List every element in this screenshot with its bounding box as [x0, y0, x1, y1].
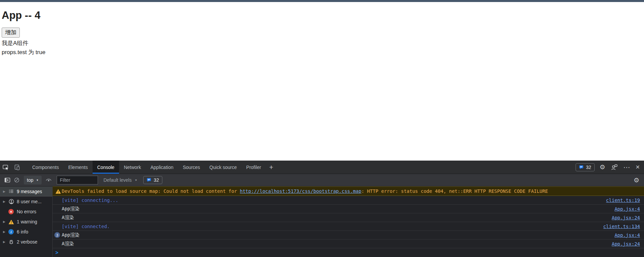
message-link[interactable]: http://localhost:5173/css/bootstrap.css.…	[240, 188, 361, 194]
increase-button[interactable]: 增加	[2, 28, 20, 38]
tab-quick-source[interactable]: Quick source	[205, 161, 241, 174]
tab-network[interactable]: Network	[119, 161, 146, 174]
sidebar-item-2-verbose[interactable]: ▶2 verbose	[0, 237, 52, 247]
message-text: A渲染	[62, 241, 74, 247]
console-prompt-icon: >	[55, 250, 58, 256]
component-text: 我是A组件	[2, 40, 644, 47]
sidebar-item-label: 2 verbose	[17, 239, 37, 245]
more-options-icon[interactable]: ⋯	[624, 164, 631, 171]
message-text: [vite] connecting...	[62, 198, 118, 203]
tab-components[interactable]: Components	[28, 161, 63, 174]
message-text: App渲染	[62, 206, 79, 212]
source-link[interactable]: App.jsx:24	[608, 241, 643, 247]
console-message: App渲染App.jsx:4	[53, 205, 644, 213]
sidebar-item-label: 6 info	[17, 229, 28, 234]
sidebar-item-6-info[interactable]: ▶i6 info	[0, 227, 52, 237]
warning-icon	[53, 189, 62, 194]
feedback-icon[interactable]	[610, 164, 619, 171]
expander-icon[interactable]: ▶	[3, 230, 8, 233]
javascript-context-selector[interactable]: top ▼	[24, 176, 42, 184]
settings-gear-icon[interactable]: ⚙	[600, 164, 605, 170]
user-icon	[8, 199, 17, 205]
source-link[interactable]: App.jsx:24	[608, 215, 643, 220]
expander-icon[interactable]: ▶	[3, 200, 8, 203]
repeat-count-badge: 3	[54, 232, 60, 238]
console-settings-gear-icon[interactable]: ⚙	[634, 177, 639, 183]
console-sidebar: ▶9 messages▶8 user me...✕No errors▶1 war…	[0, 186, 53, 257]
devtools-tabbar: ComponentsElementsConsoleNetworkApplicat…	[0, 161, 644, 174]
source-link[interactable]: App.jsx:4	[610, 206, 643, 212]
page-title: App -- 4	[2, 9, 644, 22]
sidebar-item-label: 9 messages	[17, 189, 42, 194]
tab-application[interactable]: Application	[146, 161, 178, 174]
message-text: App渲染	[62, 232, 79, 238]
console-message: 3App渲染App.jsx:4	[53, 231, 644, 240]
console-message: [vite] connected.client.ts:134	[53, 222, 644, 231]
prompt-gutter: >	[53, 250, 62, 256]
device-toolbar-icon[interactable]	[11, 161, 23, 174]
chat-bubble-icon	[579, 165, 584, 170]
source-link[interactable]: client.ts:19	[602, 198, 643, 203]
close-devtools-icon[interactable]: ✕	[636, 165, 640, 170]
live-expression-eye-icon[interactable]	[44, 175, 53, 185]
tabbar-right-controls: 32 ⚙ ⋯ ✕	[576, 161, 644, 174]
inspect-element-icon[interactable]	[0, 161, 11, 174]
page-content: App -- 4 增加 我是A组件 props.test 为 true	[0, 9, 644, 56]
sidebar-item-no-errors[interactable]: ✕No errors	[0, 207, 52, 217]
expander-icon[interactable]: ▶	[3, 240, 8, 244]
bug-icon	[8, 239, 17, 245]
console-message: [vite] connecting...client.ts:19	[53, 196, 644, 205]
clear-console-icon[interactable]	[12, 175, 21, 185]
console-message: A渲染App.jsx:24	[53, 213, 644, 222]
message-text: A渲染	[62, 215, 74, 221]
source-link[interactable]: App.jsx:4	[610, 232, 643, 238]
toolbar-messages-badge[interactable]: 32	[143, 176, 162, 184]
chevron-down-icon: ▼	[135, 179, 137, 182]
console-messages: DevTools failed to load source map: Coul…	[53, 186, 644, 257]
warning-icon	[8, 219, 17, 224]
sidebar-item-label: 8 user me...	[17, 199, 42, 204]
tab-sources[interactable]: Sources	[178, 161, 205, 174]
info-icon: i	[8, 229, 17, 234]
console-sidebar-toggle-icon[interactable]	[3, 175, 12, 185]
sidebar-item-1-warning[interactable]: ▶1 warning	[0, 217, 52, 227]
console-prompt[interactable]: >	[53, 248, 644, 257]
add-tab-icon[interactable]: +	[266, 161, 276, 174]
console-message: A渲染App.jsx:24	[53, 240, 644, 248]
tab-profiler[interactable]: Profiler	[241, 161, 266, 174]
source-link[interactable]: client.ts:134	[599, 224, 643, 229]
expander-icon[interactable]: ▶	[3, 190, 8, 193]
message-gutter: 3	[53, 232, 62, 238]
message-text-after: : HTTP error: status code 404, net::ERR_…	[361, 188, 548, 194]
props-text: props.test 为 true	[2, 49, 644, 56]
message-text-before: DevTools failed to load source map: Coul…	[62, 188, 240, 194]
log-levels-selector[interactable]: Default levels ▼	[103, 177, 137, 183]
console-messages-badge[interactable]: 32	[576, 163, 595, 171]
tab-strip: ComponentsElementsConsoleNetworkApplicat…	[28, 161, 266, 174]
sidebar-item-8-user-me-[interactable]: ▶8 user me...	[0, 197, 52, 207]
devtools-panel: ComponentsElementsConsoleNetworkApplicat…	[0, 161, 644, 257]
window-top-bar	[0, 0, 644, 2]
message-text: [vite] connected.	[62, 224, 110, 229]
list-icon	[8, 188, 17, 194]
info-icon: i	[8, 229, 14, 234]
tab-console[interactable]: Console	[93, 161, 119, 174]
chat-bubble-icon	[147, 178, 151, 182]
console-toolbar: top ▼ Default levels ▼ 32 ⚙	[0, 174, 644, 186]
sidebar-item-label: No errors	[17, 209, 36, 214]
tab-elements[interactable]: Elements	[63, 161, 92, 174]
expander-icon[interactable]: ▶	[3, 220, 8, 223]
sidebar-item-label: 1 warning	[17, 219, 37, 224]
error-icon: ✕	[8, 209, 17, 214]
sidebar-item-9-messages[interactable]: ▶9 messages	[0, 186, 52, 197]
error-icon: ✕	[8, 209, 14, 214]
console-message: DevTools failed to load source map: Coul…	[53, 186, 644, 196]
console-body: ▶9 messages▶8 user me...✕No errors▶1 war…	[0, 186, 644, 257]
filter-input[interactable]	[57, 176, 98, 184]
chevron-down-icon: ▼	[36, 179, 39, 182]
message-text: DevTools failed to load source map: Coul…	[62, 188, 548, 194]
